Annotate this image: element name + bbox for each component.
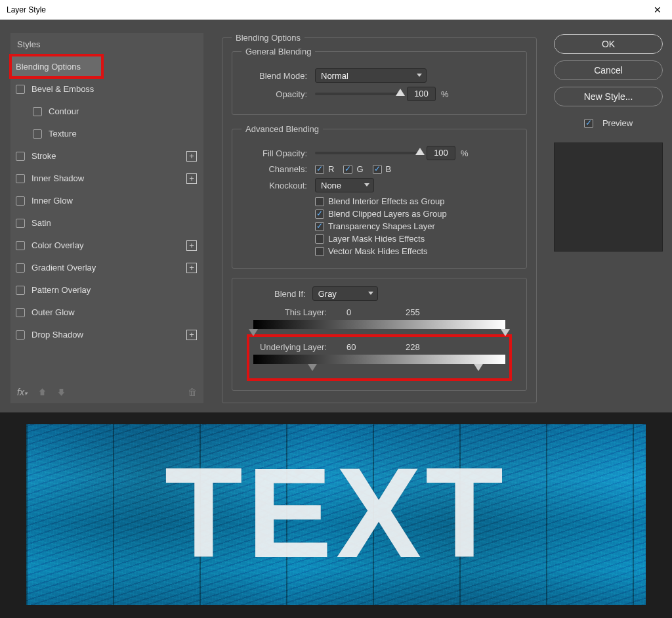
fill-opacity-slider[interactable] bbox=[315, 152, 420, 154]
checkbox-icon[interactable] bbox=[16, 85, 25, 94]
style-stroke[interactable]: Stroke + bbox=[10, 144, 203, 167]
add-effect-icon[interactable]: + bbox=[186, 151, 197, 162]
preview-swatch bbox=[554, 143, 663, 252]
checkbox-icon[interactable] bbox=[16, 241, 25, 250]
style-label: Inner Glow bbox=[32, 196, 73, 206]
style-blending-options[interactable]: Blending Options bbox=[10, 55, 102, 77]
slider-handle-shadow[interactable] bbox=[308, 364, 317, 371]
channel-g-label: G bbox=[356, 164, 363, 174]
opt-checkbox[interactable] bbox=[315, 222, 324, 231]
dialog-body: Styles Blending Options Bevel & Emboss C… bbox=[0, 20, 672, 412]
style-label: Outer Glow bbox=[32, 307, 75, 317]
opt-label: Vector Mask Hides Effects bbox=[328, 246, 428, 256]
checkbox-icon[interactable] bbox=[33, 107, 42, 116]
blend-if-label: Blend If: bbox=[274, 289, 306, 299]
underlying-layer-gradient[interactable] bbox=[253, 355, 505, 364]
checkbox-icon[interactable] bbox=[16, 219, 25, 228]
channel-g-checkbox[interactable] bbox=[343, 165, 352, 174]
select-value: Gray bbox=[318, 289, 337, 299]
opt-label: Transparency Shapes Layer bbox=[328, 221, 435, 231]
this-layer-label: This Layer: bbox=[242, 307, 327, 317]
style-contour[interactable]: Contour bbox=[10, 100, 203, 122]
group-legend: General Blending bbox=[242, 47, 315, 56]
style-texture[interactable]: Texture bbox=[10, 122, 203, 144]
chevron-down-icon bbox=[368, 292, 373, 295]
opacity-value[interactable]: 100 bbox=[407, 87, 436, 101]
checkbox-icon[interactable] bbox=[33, 129, 42, 139]
move-down-icon[interactable]: 🡇 bbox=[57, 387, 66, 397]
add-effect-icon[interactable]: + bbox=[186, 263, 197, 273]
checkbox-icon[interactable] bbox=[16, 263, 25, 273]
opacity-label: Opacity: bbox=[242, 89, 307, 99]
checkbox-icon[interactable] bbox=[16, 196, 25, 206]
this-layer-gradient[interactable] bbox=[253, 320, 505, 329]
style-label: Bevel & Emboss bbox=[32, 84, 94, 94]
opt-label: Blend Interior Effects as Group bbox=[328, 196, 445, 206]
underlying-layer-lo: 60 bbox=[346, 342, 406, 352]
move-up-icon[interactable]: 🡅 bbox=[38, 387, 47, 397]
checkbox-icon[interactable] bbox=[16, 330, 25, 340]
select-value: None bbox=[321, 181, 341, 190]
style-outer-glow[interactable]: Outer Glow bbox=[10, 301, 203, 323]
channel-b-label: B bbox=[386, 164, 392, 174]
blend-if-select[interactable]: Gray bbox=[312, 286, 378, 301]
canvas-area: TEXT bbox=[0, 412, 672, 618]
opacity-slider[interactable] bbox=[315, 93, 400, 95]
blend-mode-select[interactable]: Normal bbox=[315, 68, 427, 83]
group-title: Blending Options bbox=[232, 33, 304, 43]
opt-checkbox[interactable] bbox=[315, 234, 324, 244]
style-bevel-emboss[interactable]: Bevel & Emboss bbox=[10, 77, 203, 100]
style-label: Texture bbox=[49, 129, 77, 139]
dialog-actions: OK Cancel New Style... Preview bbox=[554, 34, 663, 252]
select-value: Normal bbox=[321, 71, 348, 81]
channel-r-label: R bbox=[328, 164, 334, 174]
checkbox-icon[interactable] bbox=[16, 174, 25, 183]
close-icon[interactable]: ✕ bbox=[648, 2, 667, 18]
this-layer-hi: 255 bbox=[406, 307, 420, 317]
slider-handle-shadow[interactable] bbox=[249, 329, 258, 336]
fx-icon[interactable]: fx▾ bbox=[17, 387, 28, 397]
slider-handle-highlight[interactable] bbox=[474, 364, 483, 371]
preview-checkbox[interactable] bbox=[584, 119, 593, 128]
opt-checkbox[interactable] bbox=[315, 247, 324, 256]
underlying-layer-hi: 228 bbox=[406, 342, 420, 352]
style-color-overlay[interactable]: Color Overlay + bbox=[10, 234, 203, 256]
slider-handle-highlight[interactable] bbox=[501, 329, 510, 336]
advanced-options-list: Blend Interior Effects as Group Blend Cl… bbox=[315, 196, 517, 256]
checkbox-icon[interactable] bbox=[16, 152, 25, 161]
checkbox-icon[interactable] bbox=[16, 308, 25, 317]
trash-icon[interactable]: 🗑 bbox=[188, 387, 197, 397]
group-legend: Advanced Blending bbox=[242, 124, 323, 134]
knockout-label: Knockout: bbox=[242, 181, 307, 190]
preview-label: Preview bbox=[602, 118, 633, 128]
channel-b-checkbox[interactable] bbox=[373, 165, 382, 174]
knockout-select[interactable]: None bbox=[315, 178, 374, 192]
style-gradient-overlay[interactable]: Gradient Overlay + bbox=[10, 256, 203, 278]
ok-button[interactable]: OK bbox=[554, 34, 663, 54]
fill-opacity-label: Fill Opacity: bbox=[242, 148, 307, 158]
preview-toggle[interactable]: Preview bbox=[554, 118, 663, 128]
styles-footer: fx▾ 🡅 🡇 🗑 bbox=[10, 381, 203, 403]
add-effect-icon[interactable]: + bbox=[186, 330, 197, 340]
blend-if-group: Blend If: Gray This Layer: 0 255 bbox=[232, 278, 527, 391]
style-label: Stroke bbox=[32, 151, 56, 161]
new-style-button[interactable]: New Style... bbox=[554, 87, 663, 106]
add-effect-icon[interactable]: + bbox=[186, 173, 197, 184]
cancel-button[interactable]: Cancel bbox=[554, 60, 663, 80]
opt-checkbox[interactable] bbox=[315, 210, 324, 219]
fill-opacity-value[interactable]: 100 bbox=[427, 146, 455, 160]
style-inner-glow[interactable]: Inner Glow bbox=[10, 189, 203, 211]
style-pattern-overlay[interactable]: Pattern Overlay bbox=[10, 278, 203, 301]
style-label: Satin bbox=[32, 218, 51, 228]
add-effect-icon[interactable]: + bbox=[186, 240, 197, 251]
blending-options-group: Blending Options General Blending Blend … bbox=[222, 33, 537, 403]
channel-r-checkbox[interactable] bbox=[315, 165, 324, 174]
style-inner-shadow[interactable]: Inner Shadow + bbox=[10, 167, 203, 189]
this-layer-lo: 0 bbox=[346, 307, 406, 317]
style-drop-shadow[interactable]: Drop Shadow + bbox=[10, 323, 203, 345]
style-label: Blending Options bbox=[16, 62, 81, 72]
style-label: Contour bbox=[49, 106, 79, 116]
opt-checkbox[interactable] bbox=[315, 197, 324, 206]
style-satin[interactable]: Satin bbox=[10, 211, 203, 234]
checkbox-icon[interactable] bbox=[16, 286, 25, 295]
